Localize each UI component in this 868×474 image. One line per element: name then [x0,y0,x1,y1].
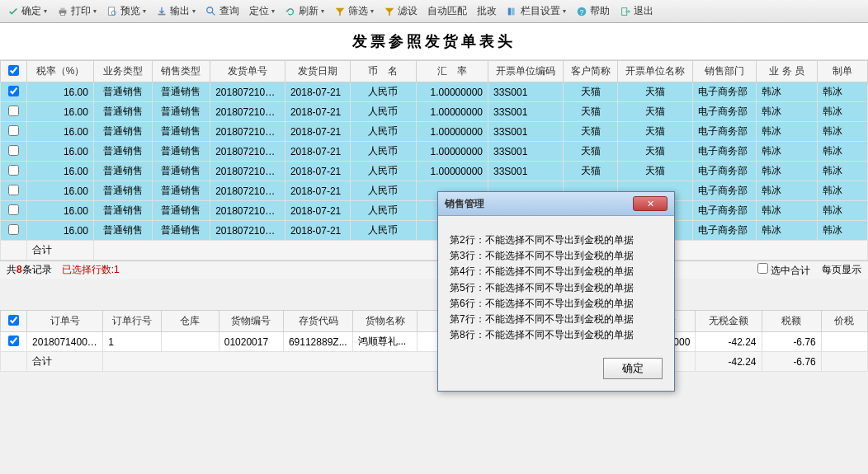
cell-sale-type: 普通销售 [152,122,210,142]
col-warehouse[interactable]: 仓库 [161,311,219,332]
row-checkbox[interactable] [8,165,19,176]
col-order-line[interactable]: 订单行号 [103,311,161,332]
select-all-top[interactable] [8,65,19,76]
print-label: 打印 [71,4,91,18]
cell-dept: 电子商务部 [693,82,757,102]
col-ship-date[interactable]: 发货日期 [285,61,350,82]
col-currency[interactable]: 币 名 [350,61,417,82]
cell-dept: 电子商务部 [693,162,757,181]
cell-inv-unit-code: 33S001 [488,102,564,122]
col-sale-type[interactable]: 销售类型 [152,61,210,82]
close-icon[interactable]: ✕ [633,196,668,211]
columns-icon [507,6,518,17]
col-dept[interactable]: 销售部门 [693,61,757,82]
page-title: 发票参照发货单表头 [0,23,868,60]
cell-biz-type: 普通销售 [93,181,152,201]
filter-set-label: 滤设 [398,4,417,18]
cell-goods-name: 鸿顺尊礼... [353,332,417,352]
row-checkbox[interactable] [8,106,19,116]
dialog-ok-button[interactable]: 确定 [603,358,663,379]
query-button[interactable]: 查询 [201,2,243,20]
cell-sale-type: 普通销售 [152,82,210,102]
cell-ship-date: 2018-07-21 [285,122,350,142]
cell-inv-unit-name: 天猫 [618,162,693,181]
table-row[interactable]: 16.00普通销售普通销售2018072100512018-07-21人民币1.… [1,162,868,181]
filter-button[interactable]: 筛选 ▾ [330,2,378,20]
col-cust-abbr[interactable]: 客户简称 [563,61,618,82]
chevron-down-icon: ▾ [271,7,275,15]
table-row[interactable]: 16.00普通销售普通销售2018072100232018-07-21人民币1.… [1,102,868,122]
confirm-button[interactable]: 确定 ▾ [3,2,51,20]
export-button[interactable]: 输出 ▾ [152,2,200,20]
cell-staff: 韩冰 [756,201,818,221]
col-tax-rate[interactable]: 税率（%） [27,61,94,82]
print-button[interactable]: 打印 ▾ [53,2,101,20]
cell-sale-type: 普通销售 [152,181,210,201]
table-row[interactable]: 20180714006610102001769112889Z...鸿顺尊礼...… [1,332,868,352]
row-checkbox[interactable] [8,336,19,346]
col-goods-code[interactable]: 货物编号 [219,311,283,332]
auto-match-button[interactable]: 自动匹配 [423,2,471,20]
row-checkbox[interactable] [8,86,19,96]
chevron-down-icon: ▾ [321,7,324,15]
col-biz-type[interactable]: 业务类型 [93,61,152,82]
row-checkbox[interactable] [8,125,19,136]
col-inv-unit-name[interactable]: 开票单位名称 [618,61,693,82]
include-sum-toggle[interactable]: 选中合计 [757,263,810,278]
dialog-title-text: 销售管理 [445,197,484,211]
cell-biz-type: 普通销售 [93,201,152,221]
export-icon [156,6,167,17]
table-row[interactable]: 16.00普通销售普通销售2018072100942018-07-21人民币电子… [1,221,868,241]
row-checkbox[interactable] [8,185,19,195]
row-checkbox[interactable] [8,145,19,156]
row-checkbox[interactable] [8,224,19,235]
cell-ship-no: 201807210023 [210,102,285,122]
select-all-bottom[interactable] [8,315,19,326]
cell-stock-code: 69112889Z... [283,332,352,352]
chevron-down-icon: ▾ [93,7,97,15]
table-row[interactable]: 16.00普通销售普通销售2018072100132018-07-21人民币1.… [1,82,868,102]
cell-ship-date: 2018-07-21 [285,142,350,162]
col-ship-no[interactable]: 发货单号 [210,61,285,82]
col-notax[interactable]: 无税金额 [696,311,762,332]
col-goods-name[interactable]: 货物名称 [353,311,417,332]
cell-rate: 1.00000000 [417,142,488,162]
cell-rate: 1.00000000 [417,122,488,142]
column-set-button[interactable]: 栏目设置 ▾ [502,2,570,20]
cell-rate: 1.00000000 [417,102,488,122]
table-row[interactable]: 16.00普通销售普通销售2018072100242018-07-21人民币1.… [1,122,868,142]
search-icon [205,6,217,17]
exit-button[interactable]: 退出 [616,2,658,20]
dialog-message-line: 第8行：不能选择不同不导出到金税的单据 [450,327,663,343]
cell-rate: 1.00000000 [417,82,488,102]
col-maker[interactable]: 制单 [818,61,868,82]
batch-edit-button[interactable]: 批改 [473,2,501,20]
cell-maker: 韩冰 [818,82,868,102]
cell-tax-rate: 16.00 [27,82,94,102]
table-row[interactable]: 16.00普通销售普通销售2018072100252018-07-21人民币1.… [1,142,868,162]
filter-set-button[interactable]: 滤设 [380,2,422,20]
table-row[interactable]: 16.00普通销售普通销售2018072100932018-07-21人民币电子… [1,201,868,221]
table-row[interactable]: 16.00普通销售普通销售2018072100522018-07-21人民币电子… [1,181,868,201]
help-button[interactable]: ? 帮助 [572,2,614,20]
col-rate[interactable]: 汇 率 [417,61,488,82]
row-checkbox[interactable] [8,204,19,215]
confirm-label: 确定 [21,4,41,18]
col-stock-code[interactable]: 存货代码 [283,311,352,332]
cell-biz-type: 普通销售 [93,82,152,102]
dialog-message-line: 第6行：不能选择不同不导出到金税的单据 [450,296,663,312]
col-tax[interactable]: 税额 [762,311,821,332]
cell-currency: 人民币 [350,181,417,201]
col-order-no[interactable]: 订单号 [27,311,103,332]
col-inv-unit-code[interactable]: 开票单位编码 [488,61,564,82]
col-price-tax[interactable]: 价税 [821,311,867,332]
dialog-titlebar[interactable]: 销售管理 ✕ [438,192,674,216]
refresh-button[interactable]: 刷新 ▾ [281,2,328,20]
cell-maker: 韩冰 [818,102,868,122]
cell-maker: 韩冰 [818,122,868,142]
preview-button[interactable]: 预览 ▾ [102,2,150,20]
selected-count: 已选择行数:1 [62,263,120,277]
cell-ship-no: 201807210052 [210,181,285,201]
col-staff[interactable]: 业 务 员 [756,61,818,82]
locate-button[interactable]: 定位 ▾ [245,2,279,20]
